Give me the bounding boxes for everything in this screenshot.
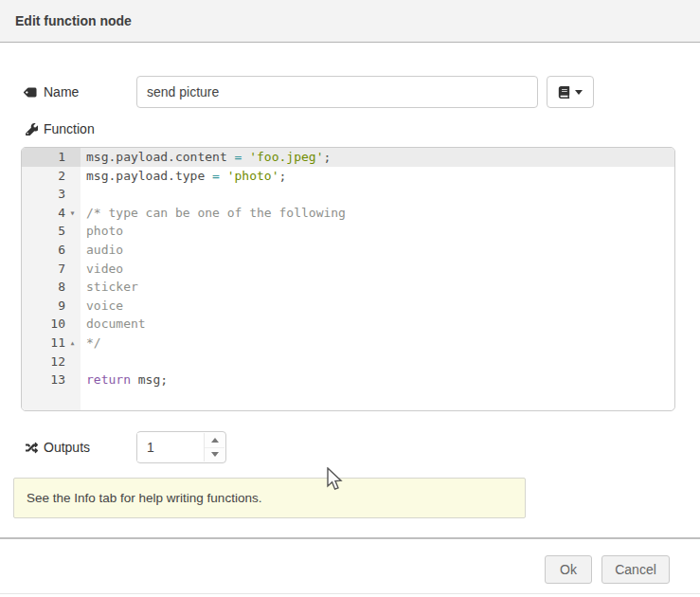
line-number: 1 — [22, 148, 81, 167]
code-text: video — [81, 260, 674, 279]
code-line[interactable]: 3 — [22, 185, 674, 204]
dialog-footer: Ok Cancel — [0, 537, 700, 593]
outputs-spinner — [136, 431, 226, 463]
outputs-label: Outputs — [25, 440, 136, 455]
outputs-label-text: Outputs — [44, 440, 90, 455]
code-text: return msg; — [81, 371, 674, 389]
outputs-input[interactable] — [137, 433, 202, 461]
tag-icon — [25, 85, 38, 99]
code-text: photo — [81, 222, 674, 241]
line-number: 3 — [22, 185, 81, 204]
book-icon — [558, 86, 570, 99]
code-text: audio — [81, 241, 674, 260]
name-input[interactable] — [136, 76, 538, 108]
code-text — [81, 185, 674, 204]
name-label: Name — [25, 84, 136, 100]
line-number: 11▴ — [22, 334, 81, 353]
code-line[interactable]: 6audio — [22, 241, 674, 260]
cancel-button[interactable]: Cancel — [601, 555, 670, 584]
code-line[interactable]: 2msg.payload.type = 'photo'; — [22, 167, 674, 186]
code-text: /* type can be one of the following — [81, 204, 674, 223]
code-text — [81, 353, 674, 371]
dialog-title: Edit function node — [15, 13, 132, 28]
code-text: msg.payload.type = 'photo'; — [81, 167, 674, 186]
line-number: 8 — [22, 278, 81, 297]
library-dropdown-button[interactable] — [547, 76, 594, 108]
name-row: Name — [25, 76, 594, 108]
spinner-down-button[interactable] — [205, 448, 224, 462]
arrow-down-icon — [211, 452, 219, 457]
code-line[interactable]: 11▴*/ — [22, 334, 674, 353]
code-line[interactable]: 9voice — [22, 297, 674, 316]
info-tip-text: See the Info tab for help writing functi… — [27, 491, 261, 505]
spinner-buttons — [204, 433, 224, 461]
dialog-header: Edit function node — [0, 0, 700, 43]
ok-button[interactable]: Ok — [545, 555, 592, 584]
code-line[interactable]: 7video — [22, 260, 674, 279]
code-line[interactable]: 13return msg; — [22, 371, 674, 389]
code-lines: 1msg.payload.content = 'foo.jpeg';2msg.p… — [22, 148, 674, 389]
code-text: msg.payload.content = 'foo.jpeg'; — [81, 148, 674, 167]
line-number: 12 — [22, 353, 81, 371]
arrow-up-icon — [211, 438, 219, 443]
code-line[interactable]: 10document — [22, 315, 674, 334]
code-line[interactable]: 4▾/* type can be one of the following — [22, 204, 674, 223]
line-number: 10 — [22, 315, 81, 334]
line-number: 13 — [22, 371, 81, 389]
line-number: 4▾ — [22, 204, 81, 223]
code-editor[interactable]: 1msg.payload.content = 'foo.jpeg';2msg.p… — [21, 147, 675, 411]
caret-down-icon — [575, 90, 583, 95]
code-line[interactable]: 12 — [22, 353, 674, 371]
spinner-up-button[interactable] — [205, 433, 224, 448]
info-tip-box: See the Info tab for help writing functi… — [13, 478, 526, 518]
code-text: document — [81, 315, 674, 334]
shuffle-icon — [25, 441, 38, 454]
line-number: 7 — [22, 260, 81, 279]
fold-toggle-icon[interactable]: ▴ — [66, 334, 79, 353]
dialog-bottom-edge — [0, 593, 700, 594]
code-text: */ — [81, 334, 674, 353]
line-number: 9 — [22, 297, 81, 316]
function-label: Function — [25, 121, 95, 136]
line-number: 2 — [22, 167, 81, 186]
outputs-row: Outputs — [25, 431, 226, 463]
function-label-text: Function — [44, 121, 95, 136]
line-number: 5 — [22, 222, 81, 241]
fold-toggle-icon[interactable]: ▾ — [66, 204, 79, 223]
code-line[interactable]: 5photo — [22, 222, 674, 241]
code-line[interactable]: 1msg.payload.content = 'foo.jpeg'; — [22, 148, 674, 167]
wrench-icon — [25, 122, 38, 136]
edit-function-node-dialog: Edit function node Name Function 1msg.pa… — [0, 0, 700, 597]
line-number: 6 — [22, 241, 81, 260]
code-text: voice — [81, 297, 674, 316]
code-text: sticker — [81, 278, 674, 297]
name-label-text: Name — [44, 84, 79, 100]
code-line[interactable]: 8sticker — [22, 278, 674, 297]
